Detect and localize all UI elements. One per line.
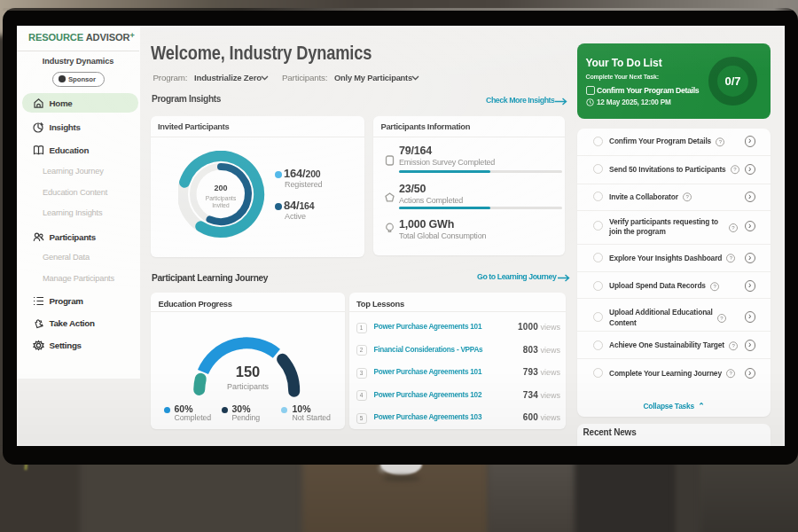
svg-text:0/7: 0/7 (724, 74, 740, 88)
svg-text:200: 200 (214, 184, 227, 192)
svg-text:Invited: Invited (212, 201, 230, 207)
